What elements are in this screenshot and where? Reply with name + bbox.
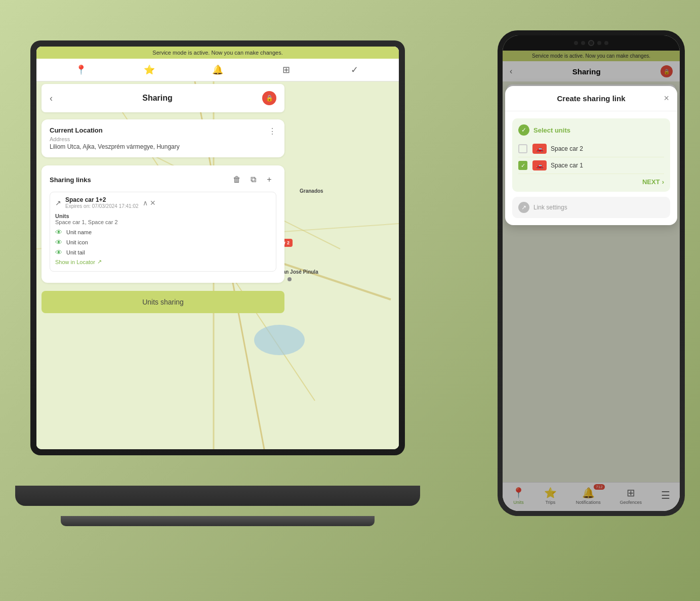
feature-unit-tail: 👁 Unit tail <box>55 248 271 256</box>
address-label: Address <box>50 136 276 142</box>
select-units-label: Select units <box>533 126 570 134</box>
nav-check-icon[interactable]: ✓ <box>347 63 361 77</box>
delete-link-btn[interactable]: 🗑 <box>230 173 244 187</box>
nav-grid-icon[interactable]: ⊞ <box>279 63 293 77</box>
create-sharing-link-modal: Create sharing link × ✓ Select units <box>505 86 677 225</box>
current-location-title: Current Location <box>50 126 276 134</box>
share-icon: ↗ <box>55 199 61 207</box>
link-item-header: ↗ Space car 1+2 Expires on: 07/03/2024 1… <box>55 196 271 209</box>
link-settings-row[interactable]: ↗ Link settings <box>512 197 670 218</box>
link-name: Space car 1+2 <box>65 196 139 203</box>
select-units-section: ✓ Select units 🚗 Space car 2 <box>512 118 670 192</box>
next-button[interactable]: NEXT › <box>642 178 664 186</box>
unit-checkbox-space-car-2[interactable] <box>518 144 527 153</box>
nav-location-icon[interactable]: 📍 <box>74 63 88 77</box>
modal-header: Create sharing link × <box>505 86 677 111</box>
modal-body: ✓ Select units 🚗 Space car 2 <box>505 111 677 225</box>
location-menu-dots[interactable]: ⋮ <box>268 126 276 136</box>
sidebar-panel: ‹ Sharing 🔒 Current Location Address Lil… <box>36 81 290 449</box>
add-link-btn[interactable]: + <box>262 173 276 187</box>
link-settings-icon: ↗ <box>518 202 529 213</box>
eye-icon-2: 👁 <box>55 238 62 246</box>
units-section: Units Space car 1, Space car 2 👁 Unit na… <box>55 211 271 267</box>
top-nav: 📍 ⭐ 🔔 ⊞ ✓ <box>36 59 399 81</box>
unit-checkbox-space-car-1[interactable] <box>518 161 527 170</box>
modal-close-btn[interactable]: × <box>664 93 669 104</box>
units-label: Units <box>55 213 271 219</box>
link-item: ↗ Space car 1+2 Expires on: 07/03/2024 1… <box>50 192 276 272</box>
show-locator-link[interactable]: Show in Locator ↗ <box>55 259 271 265</box>
current-location-card: Current Location Address Liliom Utca, Aj… <box>42 119 284 157</box>
phone: Service mode is active. Now you can make… <box>498 30 685 526</box>
eye-icon-3: 👁 <box>55 248 62 256</box>
units-value: Space car 1, Space car 2 <box>55 219 271 225</box>
link-chevron-icon[interactable]: ∧ <box>143 199 148 207</box>
unit-row-space-car-1: 🚗 Space car 1 <box>518 157 664 174</box>
service-banner-text: Service mode is active. Now you can make… <box>152 50 282 56</box>
sharing-links-card: Sharing links 🗑 ⧉ + ↗ Space car 1+2 Expi… <box>42 165 284 283</box>
unit-row-space-car-2: 🚗 Space car 2 <box>518 141 664 157</box>
units-sharing-button[interactable]: Units sharing <box>42 291 284 313</box>
modal-title: Create sharing link <box>557 94 625 103</box>
modal-next-row: NEXT › <box>518 174 664 186</box>
eye-icon-1: 👁 <box>55 228 62 236</box>
nav-bell-icon[interactable]: 🔔 <box>211 63 225 77</box>
feature-unit-name: 👁 Unit name <box>55 228 271 236</box>
sharing-title-laptop: Sharing <box>53 94 262 103</box>
laptop-foot <box>61 516 375 526</box>
sharing-links-header: Sharing links 🗑 ⧉ + <box>50 173 276 187</box>
link-close-btn[interactable]: ✕ <box>150 199 156 207</box>
unit-car-icon-1: 🚗 <box>532 160 547 170</box>
unit-name-space-car-2: Space car 2 <box>551 145 583 152</box>
unit-name-space-car-1: Space car 1 <box>551 162 583 169</box>
phone-content: Service mode is active. Now you can make… <box>503 51 680 511</box>
city-granados: Granados <box>300 188 323 194</box>
phone-body: Service mode is active. Now you can make… <box>498 30 685 516</box>
modal-overlay: Create sharing link × ✓ Select units <box>503 35 680 511</box>
sharing-header: ‹ Sharing 🔒 <box>42 84 284 112</box>
current-address: Liliom Utca, Ajka, Veszprém vármegye, Hu… <box>50 143 276 150</box>
feature-unit-icon: 👁 Unit icon <box>55 238 271 246</box>
select-units-header: ✓ Select units <box>518 124 664 136</box>
copy-link-btn[interactable]: ⧉ <box>246 173 260 187</box>
select-units-icon: ✓ <box>518 124 529 136</box>
phone-screen: Service mode is active. Now you can make… <box>503 35 680 511</box>
status-icon-laptop: 🔒 <box>262 91 276 105</box>
nav-star-icon[interactable]: ⭐ <box>142 63 156 77</box>
laptop-base <box>15 486 420 506</box>
link-settings-label: Link settings <box>533 204 567 211</box>
link-expires: Expires on: 07/03/2024 17:41:02 <box>65 203 139 209</box>
laptop-screen: Guatemala Villa Nueva San José Pinula Ch… <box>36 47 399 449</box>
laptop: Guatemala Villa Nueva San José Pinula Ch… <box>30 40 415 536</box>
unit-car-icon-2: 🚗 <box>532 144 547 154</box>
laptop-body: Guatemala Villa Nueva San José Pinula Ch… <box>30 40 405 455</box>
sharing-links-title: Sharing links <box>50 176 228 184</box>
service-banner-laptop: Service mode is active. Now you can make… <box>36 47 399 59</box>
